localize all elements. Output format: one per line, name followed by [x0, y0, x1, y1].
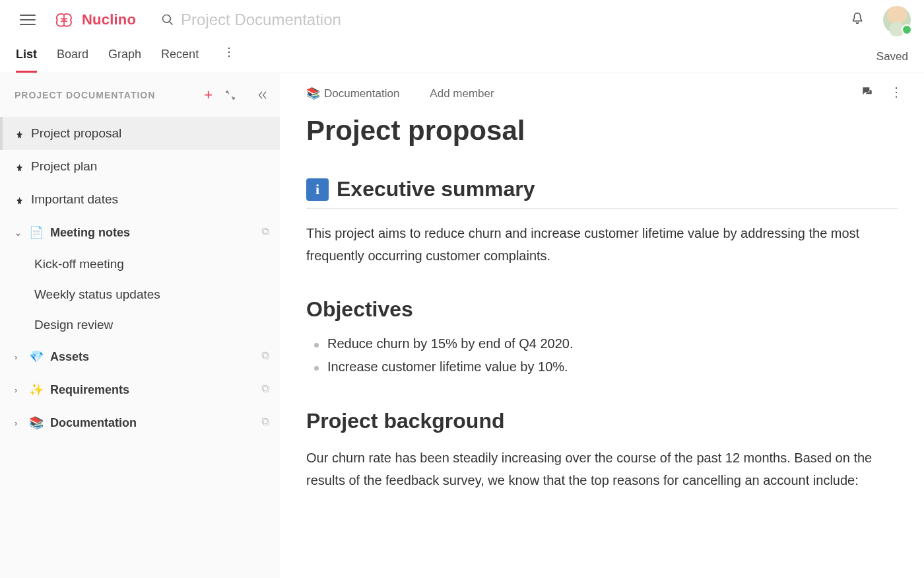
tree-label: Weekly status updates — [34, 287, 271, 302]
tab-graph-view[interactable]: Graph — [108, 48, 141, 73]
collection-icon — [260, 383, 271, 397]
info-icon: i — [306, 178, 329, 201]
tree-item-kickoff[interactable]: Kick-off meeting — [0, 249, 280, 279]
tree-item-important-dates[interactable]: Important dates — [0, 183, 280, 216]
tree-label: Documentation — [50, 416, 253, 430]
brand-name: Nuclino — [82, 11, 136, 28]
page-title[interactable]: Project proposal — [306, 115, 898, 147]
svg-rect-5 — [263, 386, 269, 392]
chat-icon — [861, 85, 874, 98]
tree-collection-assets[interactable]: › 💎 Assets — [0, 340, 280, 373]
pin-icon — [15, 195, 24, 205]
tab-list-view[interactable]: List — [16, 48, 37, 73]
topbar: Nuclino Project Documentation — [0, 0, 924, 40]
tab-list: List Board Graph Recent ⋯ — [16, 48, 240, 73]
svg-rect-4 — [262, 385, 267, 390]
breadcrumb[interactable]: 📚 Documentation — [306, 87, 399, 100]
document-pane: ⋯ 📚 Documentation Add member Project pro… — [280, 73, 924, 578]
tree: Project proposal Project plan Important … — [0, 113, 280, 439]
gem-emoji: 💎 — [29, 349, 44, 364]
sparkle-emoji: ✨ — [29, 382, 44, 397]
tree-collection-requirements[interactable]: › ✨ Requirements — [0, 373, 280, 406]
tree-item-project-proposal[interactable]: Project proposal — [0, 117, 280, 150]
page-emoji: 📄 — [29, 225, 44, 240]
pin-icon — [15, 162, 24, 172]
paragraph-exec-summary[interactable]: This project aims to reduce churn and in… — [306, 222, 898, 267]
user-avatar[interactable] — [883, 6, 911, 34]
heading-project-background[interactable]: Project background — [306, 409, 898, 433]
chevron-right-icon: › — [15, 418, 22, 428]
chevron-right-icon: › — [15, 352, 22, 362]
tree-item-design-review[interactable]: Design review — [0, 310, 280, 340]
search-icon — [161, 13, 174, 26]
chevron-right-icon: › — [15, 385, 22, 395]
svg-rect-2 — [262, 352, 267, 357]
add-item-button[interactable]: + — [199, 84, 218, 106]
tree-label: Kick-off meeting — [34, 257, 271, 271]
tree-label: Meeting notes — [50, 226, 253, 240]
collection-icon — [260, 350, 271, 364]
search-field[interactable]: Project Documentation — [161, 11, 838, 29]
search-placeholder: Project Documentation — [181, 11, 341, 29]
svg-rect-0 — [262, 228, 267, 233]
tree-label: Project plan — [31, 159, 271, 174]
list-item[interactable]: Increase customer lifetime value by 10%. — [314, 355, 898, 379]
brand-logo[interactable]: Nuclino — [54, 11, 136, 29]
svg-rect-7 — [263, 419, 269, 425]
tree-label: Assets — [50, 350, 253, 364]
tree-label: Project proposal — [31, 126, 271, 141]
menu-button[interactable] — [20, 12, 36, 28]
svg-rect-3 — [263, 353, 269, 359]
expand-icon[interactable] — [224, 89, 236, 101]
collection-icon — [260, 226, 271, 240]
doc-more-button[interactable]: ⋯ — [889, 86, 905, 100]
tab-more-button[interactable]: ⋯ — [213, 46, 237, 59]
svg-rect-1 — [263, 229, 269, 235]
brain-icon — [54, 11, 78, 29]
bell-icon — [850, 11, 865, 26]
tree-collection-documentation[interactable]: › 📚 Documentation — [0, 406, 280, 439]
collection-icon — [260, 416, 271, 430]
svg-rect-6 — [262, 418, 267, 423]
tab-board-view[interactable]: Board — [57, 48, 88, 73]
collapse-sidebar-icon[interactable] — [256, 89, 268, 101]
tree-label: Requirements — [50, 383, 253, 397]
heading-executive-summary[interactable]: i Executive summary — [306, 177, 898, 209]
objectives-list[interactable]: Reduce churn by 15% by end of Q4 2020. I… — [306, 332, 898, 379]
add-member-button[interactable]: Add member — [430, 87, 494, 100]
heading-objectives[interactable]: Objectives — [306, 297, 898, 322]
tree-item-weekly-status[interactable]: Weekly status updates — [0, 279, 280, 310]
heading-text: Project background — [306, 409, 505, 433]
paragraph-background[interactable]: Our churn rate has been steadily increas… — [306, 447, 898, 491]
save-status: Saved — [876, 50, 908, 63]
breadcrumb-label: Documentation — [324, 87, 399, 100]
list-item[interactable]: Reduce churn by 15% by end of Q4 2020. — [314, 332, 898, 355]
pin-icon — [15, 129, 24, 139]
tree-collection-meeting-notes[interactable]: ⌄ 📄 Meeting notes — [0, 216, 280, 249]
heading-text: Objectives — [306, 297, 413, 322]
chevron-down-icon: ⌄ — [15, 228, 22, 238]
sidebar-title: PROJECT DOCUMENTATION — [15, 90, 192, 100]
notifications-button[interactable] — [850, 11, 865, 28]
tree-label: Important dates — [31, 192, 271, 207]
view-tabs-bar: List Board Graph Recent ⋯ Saved — [0, 40, 924, 73]
sidebar: PROJECT DOCUMENTATION + Project proposal… — [0, 73, 280, 578]
tree-item-project-plan[interactable]: Project plan — [0, 150, 280, 183]
breadcrumb-emoji: 📚 — [306, 87, 320, 100]
heading-text: Executive summary — [337, 177, 535, 201]
comments-button[interactable] — [861, 85, 874, 101]
tree-label: Design review — [34, 318, 271, 332]
tab-recent-view[interactable]: Recent — [161, 48, 199, 73]
books-emoji: 📚 — [29, 415, 44, 430]
